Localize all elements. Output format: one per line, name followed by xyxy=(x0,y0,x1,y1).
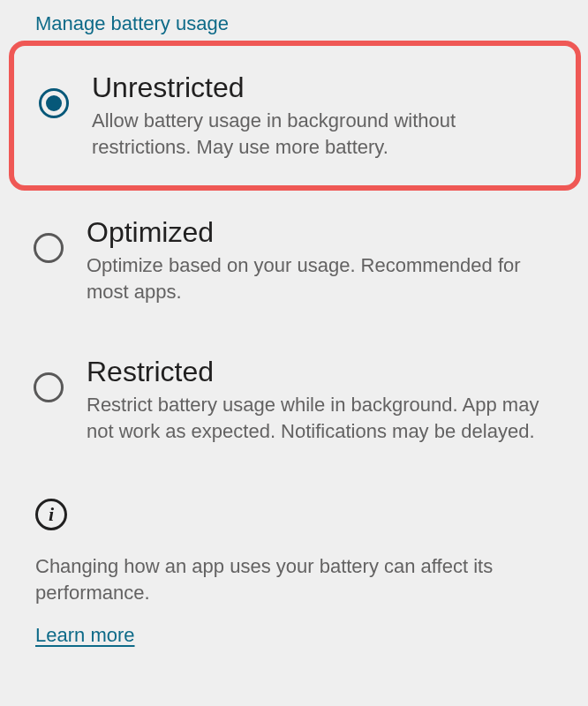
option-optimized[interactable]: Optimized Optimize based on your usage. … xyxy=(0,191,588,330)
option-description: Restrict battery usage while in backgrou… xyxy=(87,392,563,444)
option-text: Optimized Optimize based on your usage. … xyxy=(79,215,563,305)
info-text: Changing how an app uses your battery ca… xyxy=(35,553,553,605)
radio-button-unselected-icon[interactable] xyxy=(34,233,64,263)
radio-wrap xyxy=(18,355,79,402)
radio-wrap xyxy=(18,215,79,263)
learn-more-link[interactable]: Learn more xyxy=(35,624,135,646)
info-icon: i xyxy=(35,499,67,530)
option-unrestricted[interactable]: Unrestricted Allow battery usage in back… xyxy=(9,41,581,191)
option-description: Optimize based on your usage. Recommende… xyxy=(87,252,563,304)
radio-wrap xyxy=(23,71,85,118)
option-text: Unrestricted Allow battery usage in back… xyxy=(85,71,560,161)
option-description: Allow battery usage in background withou… xyxy=(92,108,560,160)
battery-options-list: Unrestricted Allow battery usage in back… xyxy=(0,41,588,469)
section-header: Manage battery usage xyxy=(0,0,588,41)
option-title: Unrestricted xyxy=(92,71,560,104)
option-title: Optimized xyxy=(87,215,563,249)
option-text: Restricted Restrict battery usage while … xyxy=(79,355,563,445)
info-section: i Changing how an app uses your battery … xyxy=(0,469,588,646)
info-icon-wrap: i xyxy=(35,499,553,530)
option-restricted[interactable]: Restricted Restrict battery usage while … xyxy=(0,330,588,469)
radio-button-selected-icon[interactable] xyxy=(39,88,69,118)
radio-button-unselected-icon[interactable] xyxy=(34,372,64,402)
option-title: Restricted xyxy=(87,355,563,388)
